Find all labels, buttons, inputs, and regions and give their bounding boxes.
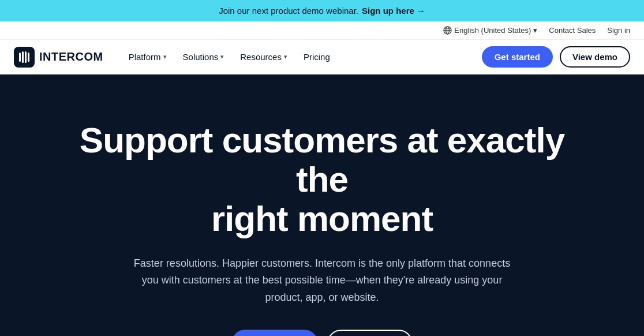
language-chevron: ▾ bbox=[533, 26, 537, 35]
get-started-button[interactable]: Get started bbox=[482, 46, 553, 68]
nav-actions: Get started View demo bbox=[482, 46, 630, 68]
svg-rect-6 bbox=[19, 53, 21, 62]
globe-icon bbox=[443, 26, 452, 35]
announcement-bar: Join our next product demo webinar. Sign… bbox=[0, 0, 644, 21]
nav-item-resources[interactable]: Resources ▾ bbox=[233, 47, 294, 66]
announcement-text: Join our next product demo webinar. bbox=[219, 6, 358, 16]
nav-item-platform[interactable]: Platform ▾ bbox=[122, 47, 174, 66]
logo[interactable]: INTERCOM bbox=[14, 47, 103, 68]
nav-item-solutions[interactable]: Solutions ▾ bbox=[176, 47, 231, 66]
utility-bar: English (United States) ▾ Contact Sales … bbox=[0, 21, 644, 40]
nav-item-pricing[interactable]: Pricing bbox=[297, 47, 337, 66]
hero-actions: Get started View demo bbox=[12, 330, 632, 336]
svg-rect-5 bbox=[14, 47, 35, 68]
hero-heading: Support customers at exactly the right m… bbox=[77, 121, 567, 239]
svg-rect-8 bbox=[25, 51, 27, 63]
announcement-cta[interactable]: Sign up here → bbox=[362, 6, 425, 16]
hero-description: Faster resolutions. Happier customers. I… bbox=[132, 255, 512, 307]
hero-section: Support customers at exactly the right m… bbox=[0, 74, 644, 336]
svg-rect-7 bbox=[22, 51, 24, 63]
intercom-logo-icon bbox=[14, 47, 35, 68]
sign-in-link[interactable]: Sign in bbox=[607, 26, 630, 35]
contact-sales-link[interactable]: Contact Sales bbox=[549, 26, 596, 35]
navbar: INTERCOM Platform ▾ Solutions ▾ Resource… bbox=[0, 40, 644, 74]
language-label: English (United States) bbox=[454, 26, 531, 35]
view-demo-button[interactable]: View demo bbox=[560, 46, 630, 68]
solutions-chevron-icon: ▾ bbox=[220, 53, 224, 61]
platform-chevron-icon: ▾ bbox=[163, 53, 167, 61]
svg-rect-9 bbox=[28, 53, 29, 62]
language-selector[interactable]: English (United States) ▾ bbox=[443, 26, 537, 35]
hero-get-started-button[interactable]: Get started bbox=[231, 330, 318, 336]
nav-links: Platform ▾ Solutions ▾ Resources ▾ Prici… bbox=[122, 47, 482, 66]
resources-chevron-icon: ▾ bbox=[284, 53, 287, 61]
hero-view-demo-button[interactable]: View demo bbox=[327, 330, 413, 336]
logo-text: INTERCOM bbox=[39, 50, 103, 64]
